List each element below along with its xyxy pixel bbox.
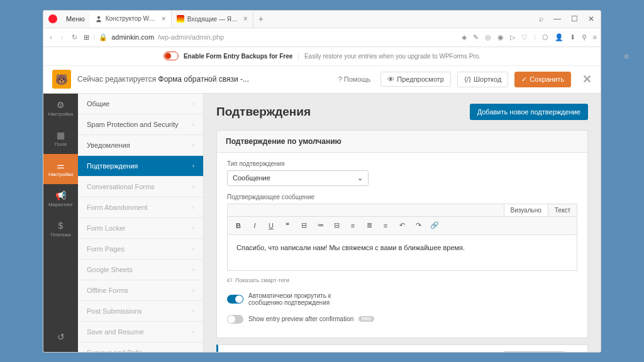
preview-button[interactable]: 👁Предпросмотр <box>380 72 451 87</box>
vtab-settings[interactable]: ⚌Настройки <box>43 154 78 184</box>
align-left-button[interactable]: ≡ <box>346 219 360 232</box>
save-button[interactable]: ✓Сохранить <box>514 72 571 87</box>
redo-button[interactable]: ↷ <box>411 219 425 232</box>
chevron-right-icon: › <box>192 329 194 335</box>
smart-tags-toggle[interactable]: 🏷 Показать смарт-теги <box>227 271 577 290</box>
vtab-revisions[interactable]: ↺ <box>43 322 78 352</box>
sidebar-item[interactable]: Spam Protection and Security› <box>78 114 203 135</box>
sidebar-item[interactable]: Form Pages› <box>78 239 203 260</box>
addr-ext-icon[interactable]: ◈ <box>462 33 467 41</box>
sidebar-item[interactable]: Form Abandonment› <box>78 197 203 218</box>
form-name-label[interactable]: Сейчас редактируется Форма обратной связ… <box>77 75 249 84</box>
sliders-icon: ⚌ <box>57 160 65 170</box>
browser-tab-active[interactable]: Конструктор WPForms ‹ А... × <box>90 11 172 28</box>
close-window-icon[interactable]: ✕ <box>588 14 594 23</box>
browser-tab[interactable]: Входящие — Яндекс Поч... × <box>172 11 253 28</box>
sidebar-item[interactable]: Уведомления› <box>78 135 203 156</box>
hr-button[interactable]: ⊟ <box>297 219 311 232</box>
sidebar-item[interactable]: Save and Resume› <box>78 322 203 343</box>
close-icon[interactable]: × <box>243 14 248 23</box>
confirmations-content: Подтверждения Добавить новое подтвержден… <box>204 94 601 352</box>
profile-icon[interactable]: 👤 <box>555 33 564 41</box>
undo-button[interactable]: ↶ <box>395 219 409 232</box>
add-confirmation-button[interactable]: Добавить новое подтверждение <box>470 104 588 120</box>
sidebar-item[interactable]: Google Sheets› <box>78 260 203 280</box>
sidebar-item-label: Spam Protection and Security <box>87 121 179 128</box>
sidebar-item[interactable]: Post Submissions› <box>78 301 203 322</box>
upgrade-button[interactable]: Улучшить до Pro <box>502 351 565 352</box>
addr-ext-icon[interactable]: ◉ <box>497 33 504 41</box>
addr-ext-icon[interactable]: ⚲ <box>582 33 587 41</box>
opera-icon[interactable] <box>48 14 57 23</box>
ol-button[interactable]: ⊟ <box>330 219 343 232</box>
chevron-right-icon: › <box>192 204 194 211</box>
vtab-setup[interactable]: ⚙Настройка <box>43 94 78 124</box>
underline-button[interactable]: U <box>264 219 278 232</box>
sidebar-item[interactable]: Form Locker› <box>78 218 203 239</box>
ul-button[interactable]: ≔ <box>313 219 327 232</box>
chevron-right-icon: › <box>192 142 194 148</box>
search-icon[interactable]: ⌕ <box>539 14 543 23</box>
sidebar-item[interactable]: Offline Forms› <box>78 280 203 301</box>
addr-ext-icon[interactable]: ◎ <box>485 33 491 41</box>
editor-visual-tab[interactable]: Визуально <box>504 204 548 216</box>
back-button[interactable]: ‹ <box>47 32 55 42</box>
sidebar-item-label: Уведомления <box>87 141 130 149</box>
forward-button[interactable]: › <box>58 32 66 42</box>
chevron-right-icon: › <box>192 225 194 231</box>
content-title: Подтверждения <box>216 105 311 119</box>
vtab-marketing[interactable]: 📢Маркетинг <box>43 184 78 214</box>
maximize-icon[interactable]: ☐ <box>571 14 578 23</box>
code-icon: ⟨/⟩ <box>464 75 471 84</box>
check-icon: ✓ <box>521 75 527 84</box>
tip-title: Знаете ли вы? <box>226 351 502 352</box>
person-icon <box>95 15 103 23</box>
close-icon[interactable]: × <box>162 14 166 23</box>
grid-icon[interactable]: ⊞ <box>84 33 89 41</box>
url-input[interactable]: adminkin.com/wp-admin/admin.php <box>111 33 458 41</box>
addr-ext-icon[interactable]: ✎ <box>473 33 479 41</box>
vtab-payments[interactable]: $Платежи <box>43 214 78 244</box>
sidebar-item[interactable]: Общие› <box>78 94 203 114</box>
sidebar-item-label: Offline Forms <box>87 287 128 294</box>
addr-ext-icon[interactable]: ▷ <box>510 33 515 41</box>
chevron-right-icon: › <box>192 101 194 107</box>
sidebar-item[interactable]: Surveys and Polls› <box>78 343 203 352</box>
sidebar-item[interactable]: Подтверждения› <box>78 156 203 177</box>
message-editor: Визуально Текст B I U ❝ ⊟ ≔ ⊟ ≡ ≣ <box>227 204 577 271</box>
panel-header[interactable]: Подтверждение по умолчанию <box>217 131 587 153</box>
editor-textarea[interactable]: Спасибо, что написали нам! Мы свяжемся с… <box>228 235 577 270</box>
addr-ext-icon[interactable]: ⬡ <box>542 33 548 41</box>
chevron-right-icon: › <box>192 121 194 128</box>
shortcode-button[interactable]: ⟨/⟩Шорткод <box>457 72 508 87</box>
fields-icon: ▦ <box>57 130 65 140</box>
banner-toggle[interactable] <box>164 52 179 60</box>
menu-icon[interactable]: ≡ <box>593 33 597 41</box>
entry-preview-toggle[interactable] <box>227 315 243 324</box>
svg-point-0 <box>97 16 100 19</box>
pro-badge: PRO <box>358 316 374 322</box>
wpforms-logo-icon: 🐻 <box>52 70 71 89</box>
auto-scroll-toggle[interactable] <box>227 295 243 304</box>
browser-menu[interactable]: Меню <box>61 15 90 23</box>
sidebar-item[interactable]: Conversational Forms› <box>78 177 203 197</box>
align-center-button[interactable]: ≣ <box>362 219 376 232</box>
quote-button[interactable]: ❝ <box>280 219 294 232</box>
dollar-icon: $ <box>58 221 64 231</box>
addr-ext-icon[interactable]: ♡ <box>521 33 528 41</box>
builder-close-icon[interactable]: ✕ <box>582 72 592 86</box>
reload-button[interactable]: ↻ <box>69 32 80 43</box>
minimize-icon[interactable]: — <box>553 14 561 23</box>
download-icon[interactable]: ⬇ <box>570 33 575 41</box>
help-link[interactable]: ?Помощь <box>335 75 375 83</box>
add-tab-button[interactable]: + <box>253 14 269 24</box>
bold-button[interactable]: B <box>231 219 245 232</box>
settings-sidebar: Общие›Spam Protection and Security›Уведо… <box>78 94 204 352</box>
confirmation-type-select[interactable]: Сообщение ⌄ <box>227 170 369 186</box>
italic-button[interactable]: I <box>248 219 262 232</box>
link-button[interactable]: 🔗 <box>428 219 441 232</box>
editor-text-tab[interactable]: Текст <box>548 204 577 216</box>
help-icon: ? <box>338 75 342 83</box>
align-right-button[interactable]: ≡ <box>379 219 392 232</box>
vtab-fields[interactable]: ▦Поля <box>43 124 78 154</box>
